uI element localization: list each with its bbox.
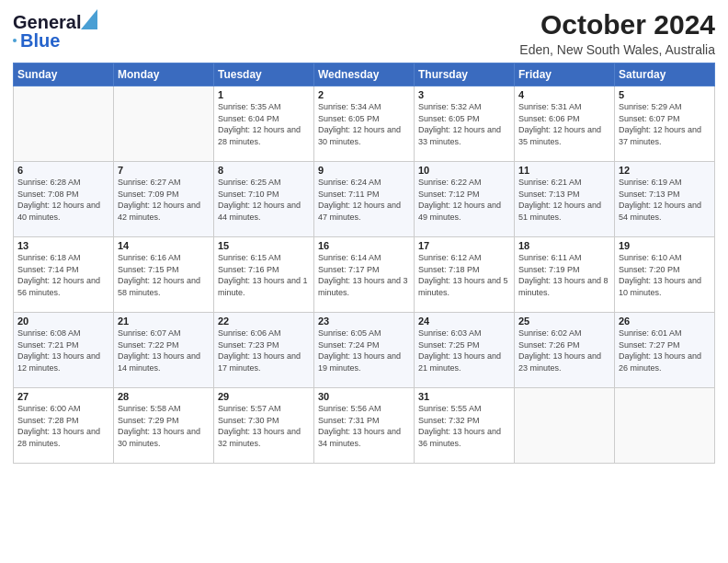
day-number: 26 bbox=[619, 316, 711, 327]
calendar-cell: 20Sunrise: 6:08 AMSunset: 7:21 PMDayligh… bbox=[14, 313, 114, 388]
calendar-cell: 23Sunrise: 6:05 AMSunset: 7:24 PMDayligh… bbox=[314, 313, 415, 388]
day-number: 29 bbox=[218, 391, 310, 402]
day-number: 5 bbox=[619, 89, 711, 100]
calendar-cell: 10Sunrise: 6:22 AMSunset: 7:12 PMDayligh… bbox=[415, 162, 515, 237]
calendar-cell: 21Sunrise: 6:07 AMSunset: 7:22 PMDayligh… bbox=[114, 313, 214, 388]
cell-info: Sunrise: 5:56 AMSunset: 7:31 PMDaylight:… bbox=[318, 403, 410, 449]
weekday-header-saturday: Saturday bbox=[615, 63, 715, 86]
calendar-cell: 30Sunrise: 5:56 AMSunset: 7:31 PMDayligh… bbox=[314, 388, 415, 464]
title-block: October 2024 Eden, New South Wales, Aust… bbox=[519, 9, 715, 57]
calendar-cell: 16Sunrise: 6:14 AMSunset: 7:17 PMDayligh… bbox=[314, 237, 415, 313]
calendar-cell: 5Sunrise: 5:29 AMSunset: 6:07 PMDaylight… bbox=[615, 86, 715, 162]
day-number: 27 bbox=[17, 391, 109, 402]
cell-info: Sunrise: 6:21 AMSunset: 7:13 PMDaylight:… bbox=[518, 177, 610, 223]
svg-marker-0 bbox=[81, 9, 97, 29]
day-number: 21 bbox=[118, 316, 210, 327]
calendar-cell: 1Sunrise: 5:35 AMSunset: 6:04 PMDaylight… bbox=[214, 86, 314, 162]
calendar-cell: 17Sunrise: 6:12 AMSunset: 7:18 PMDayligh… bbox=[415, 237, 515, 313]
day-number: 2 bbox=[318, 89, 410, 100]
calendar-cell bbox=[615, 388, 715, 464]
cell-info: Sunrise: 6:14 AMSunset: 7:17 PMDaylight:… bbox=[318, 252, 410, 298]
day-number: 3 bbox=[418, 89, 510, 100]
calendar-cell: 22Sunrise: 6:06 AMSunset: 7:23 PMDayligh… bbox=[214, 313, 314, 388]
day-number: 9 bbox=[318, 165, 410, 176]
calendar-cell: 7Sunrise: 6:27 AMSunset: 7:09 PMDaylight… bbox=[114, 162, 214, 237]
cell-info: Sunrise: 5:58 AMSunset: 7:29 PMDaylight:… bbox=[118, 403, 210, 449]
cell-info: Sunrise: 6:24 AMSunset: 7:11 PMDaylight:… bbox=[318, 177, 410, 223]
day-number: 15 bbox=[218, 240, 310, 251]
cell-info: Sunrise: 6:27 AMSunset: 7:09 PMDaylight:… bbox=[118, 177, 210, 223]
calendar-cell: 18Sunrise: 6:11 AMSunset: 7:19 PMDayligh… bbox=[515, 237, 615, 313]
day-number: 10 bbox=[418, 165, 510, 176]
calendar-cell bbox=[515, 388, 615, 464]
logo: General Blue bbox=[13, 9, 97, 50]
cell-info: Sunrise: 6:19 AMSunset: 7:13 PMDaylight:… bbox=[619, 177, 711, 223]
weekday-header-sunday: Sunday bbox=[14, 63, 114, 86]
cell-info: Sunrise: 6:03 AMSunset: 7:25 PMDaylight:… bbox=[418, 327, 510, 373]
calendar-cell: 14Sunrise: 6:16 AMSunset: 7:15 PMDayligh… bbox=[114, 237, 214, 313]
cell-info: Sunrise: 5:31 AMSunset: 6:06 PMDaylight:… bbox=[518, 101, 610, 147]
calendar-cell: 12Sunrise: 6:19 AMSunset: 7:13 PMDayligh… bbox=[615, 162, 715, 237]
logo-blue: Blue bbox=[20, 31, 60, 50]
day-number: 18 bbox=[518, 240, 610, 251]
day-number: 30 bbox=[318, 391, 410, 402]
cell-info: Sunrise: 6:06 AMSunset: 7:23 PMDaylight:… bbox=[218, 327, 310, 373]
week-row-4: 20Sunrise: 6:08 AMSunset: 7:21 PMDayligh… bbox=[14, 313, 715, 388]
day-number: 13 bbox=[17, 240, 109, 251]
calendar-cell: 25Sunrise: 6:02 AMSunset: 7:26 PMDayligh… bbox=[515, 313, 615, 388]
header: General Blue October 2024 Eden, New Sout… bbox=[13, 9, 715, 57]
calendar-cell: 19Sunrise: 6:10 AMSunset: 7:20 PMDayligh… bbox=[615, 237, 715, 313]
calendar-cell: 3Sunrise: 5:32 AMSunset: 6:05 PMDaylight… bbox=[415, 86, 515, 162]
cell-info: Sunrise: 5:55 AMSunset: 7:32 PMDaylight:… bbox=[418, 403, 510, 449]
day-number: 6 bbox=[17, 165, 109, 176]
logo-icon bbox=[81, 9, 97, 29]
cell-info: Sunrise: 6:00 AMSunset: 7:28 PMDaylight:… bbox=[17, 403, 109, 449]
weekday-header-tuesday: Tuesday bbox=[214, 63, 314, 86]
calendar-cell: 27Sunrise: 6:00 AMSunset: 7:28 PMDayligh… bbox=[14, 388, 114, 464]
weekday-header-friday: Friday bbox=[515, 63, 615, 86]
calendar-cell: 13Sunrise: 6:18 AMSunset: 7:14 PMDayligh… bbox=[14, 237, 114, 313]
cell-info: Sunrise: 6:11 AMSunset: 7:19 PMDaylight:… bbox=[518, 252, 610, 298]
day-number: 12 bbox=[619, 165, 711, 176]
weekday-header-row: SundayMondayTuesdayWednesdayThursdayFrid… bbox=[14, 63, 715, 86]
calendar-cell: 15Sunrise: 6:15 AMSunset: 7:16 PMDayligh… bbox=[214, 237, 314, 313]
weekday-header-wednesday: Wednesday bbox=[314, 63, 415, 86]
logo-general: General bbox=[13, 13, 81, 31]
day-number: 19 bbox=[619, 240, 711, 251]
cell-info: Sunrise: 6:28 AMSunset: 7:08 PMDaylight:… bbox=[17, 177, 109, 223]
calendar-cell: 2Sunrise: 5:34 AMSunset: 6:05 PMDaylight… bbox=[314, 86, 415, 162]
weekday-header-monday: Monday bbox=[114, 63, 214, 86]
day-number: 17 bbox=[418, 240, 510, 251]
logo-dot bbox=[13, 39, 17, 42]
cell-info: Sunrise: 5:35 AMSunset: 6:04 PMDaylight:… bbox=[218, 101, 310, 147]
cell-info: Sunrise: 5:34 AMSunset: 6:05 PMDaylight:… bbox=[318, 101, 410, 147]
cell-info: Sunrise: 6:02 AMSunset: 7:26 PMDaylight:… bbox=[518, 327, 610, 373]
week-row-2: 6Sunrise: 6:28 AMSunset: 7:08 PMDaylight… bbox=[14, 162, 715, 237]
cell-info: Sunrise: 6:12 AMSunset: 7:18 PMDaylight:… bbox=[418, 252, 510, 298]
day-number: 24 bbox=[418, 316, 510, 327]
calendar-cell: 4Sunrise: 5:31 AMSunset: 6:06 PMDaylight… bbox=[515, 86, 615, 162]
month-title: October 2024 bbox=[519, 9, 715, 40]
calendar-cell: 29Sunrise: 5:57 AMSunset: 7:30 PMDayligh… bbox=[214, 388, 314, 464]
calendar-cell: 6Sunrise: 6:28 AMSunset: 7:08 PMDaylight… bbox=[14, 162, 114, 237]
calendar-cell: 9Sunrise: 6:24 AMSunset: 7:11 PMDaylight… bbox=[314, 162, 415, 237]
cell-info: Sunrise: 5:32 AMSunset: 6:05 PMDaylight:… bbox=[418, 101, 510, 147]
calendar-cell: 8Sunrise: 6:25 AMSunset: 7:10 PMDaylight… bbox=[214, 162, 314, 237]
cell-info: Sunrise: 5:57 AMSunset: 7:30 PMDaylight:… bbox=[218, 403, 310, 449]
calendar-cell bbox=[114, 86, 214, 162]
day-number: 8 bbox=[218, 165, 310, 176]
day-number: 1 bbox=[218, 89, 310, 100]
day-number: 25 bbox=[518, 316, 610, 327]
day-number: 28 bbox=[118, 391, 210, 402]
week-row-1: 1Sunrise: 5:35 AMSunset: 6:04 PMDaylight… bbox=[14, 86, 715, 162]
calendar-cell: 11Sunrise: 6:21 AMSunset: 7:13 PMDayligh… bbox=[515, 162, 615, 237]
week-row-3: 13Sunrise: 6:18 AMSunset: 7:14 PMDayligh… bbox=[14, 237, 715, 313]
week-row-5: 27Sunrise: 6:00 AMSunset: 7:28 PMDayligh… bbox=[14, 388, 715, 464]
cell-info: Sunrise: 6:08 AMSunset: 7:21 PMDaylight:… bbox=[17, 327, 109, 373]
cell-info: Sunrise: 6:22 AMSunset: 7:12 PMDaylight:… bbox=[418, 177, 510, 223]
cell-info: Sunrise: 6:10 AMSunset: 7:20 PMDaylight:… bbox=[619, 252, 711, 298]
cell-info: Sunrise: 6:01 AMSunset: 7:27 PMDaylight:… bbox=[619, 327, 711, 373]
day-number: 4 bbox=[518, 89, 610, 100]
calendar-cell: 24Sunrise: 6:03 AMSunset: 7:25 PMDayligh… bbox=[415, 313, 515, 388]
cell-info: Sunrise: 6:05 AMSunset: 7:24 PMDaylight:… bbox=[318, 327, 410, 373]
